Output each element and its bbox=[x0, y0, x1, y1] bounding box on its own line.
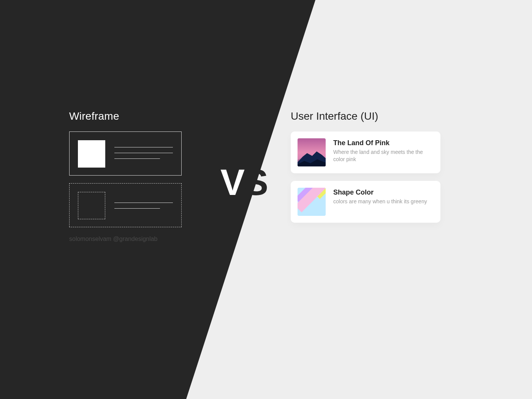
wireframe-card-solid bbox=[69, 131, 182, 176]
ui-card-title: Shape Color bbox=[333, 188, 434, 196]
ui-card-description: Where the land and sky meets the the col… bbox=[333, 149, 434, 163]
ui-card-thumbnail bbox=[298, 188, 326, 216]
thumbnail-landscape-pink bbox=[298, 138, 326, 166]
ui-card: Shape Color colors are many when u think… bbox=[291, 181, 440, 223]
wireframe-line bbox=[114, 208, 160, 209]
wireframe-title: Wireframe bbox=[69, 110, 229, 122]
wireframe-thumb-placeholder bbox=[78, 140, 105, 168]
vs-s: S bbox=[244, 162, 268, 203]
ui-card: The Land Of Pink Where the land and sky … bbox=[291, 131, 440, 173]
thumbnail-shape-color bbox=[298, 188, 326, 216]
ui-card-title: The Land Of Pink bbox=[333, 139, 434, 147]
stage: Wireframe solomonselvam @grandesignlab V… bbox=[0, 0, 532, 399]
ui-card-thumbnail bbox=[298, 138, 326, 166]
wireframe-line bbox=[114, 203, 173, 203]
ui-card-description: colors are many when u think its greeny bbox=[333, 198, 434, 205]
ui-card-body: The Land Of Pink Where the land and sky … bbox=[333, 138, 434, 166]
wireframe-thumb-dashed bbox=[78, 192, 105, 219]
ui-panel: User Interface (UI) The Land Of Pink Whe… bbox=[291, 110, 450, 230]
wireframe-line bbox=[114, 147, 173, 147]
credit-text: solomonselvam @grandesignlab bbox=[69, 236, 229, 242]
wireframe-panel: Wireframe solomonselvam @grandesignlab bbox=[69, 110, 229, 242]
ui-card-body: Shape Color colors are many when u think… bbox=[333, 188, 434, 216]
ui-title: User Interface (UI) bbox=[291, 110, 450, 122]
wireframe-text-lines bbox=[114, 203, 173, 214]
vs-v: V bbox=[220, 162, 244, 203]
wireframe-text-lines bbox=[114, 147, 173, 164]
wireframe-line bbox=[114, 153, 173, 153]
wireframe-line bbox=[114, 158, 160, 159]
wireframe-card-dashed bbox=[69, 183, 182, 227]
vs-label: VS bbox=[220, 164, 268, 201]
